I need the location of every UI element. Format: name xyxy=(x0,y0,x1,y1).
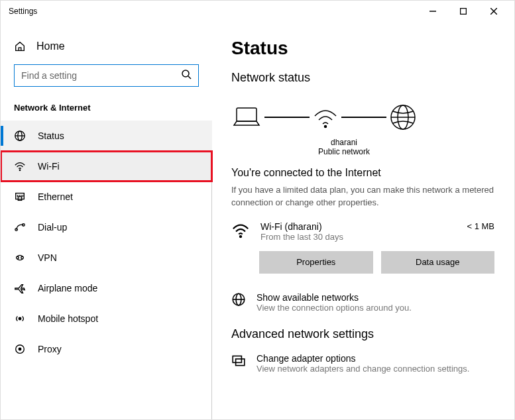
section-subtitle: Network status xyxy=(231,71,514,85)
svg-rect-23 xyxy=(237,108,257,121)
dialup-icon xyxy=(14,221,26,233)
adapter-icon xyxy=(231,353,246,368)
nav-label: Dial-up xyxy=(38,222,67,233)
advanced-heading: Advanced network settings xyxy=(231,327,514,341)
diagram-labels: dharani Public network xyxy=(311,138,377,167)
connection-period: From the last 30 days xyxy=(260,232,456,242)
window-title: Settings xyxy=(6,7,37,16)
svg-point-28 xyxy=(240,236,241,237)
connected-body: If you have a limited data plan, you can… xyxy=(231,184,514,209)
search-icon xyxy=(181,69,192,82)
svg-rect-11 xyxy=(18,197,21,200)
home-label: Home xyxy=(36,40,65,52)
sidebar-item-hotspot[interactable]: Mobile hotspot xyxy=(1,303,212,334)
page-title: Status xyxy=(231,38,514,59)
svg-point-20 xyxy=(19,317,21,320)
globe-diagram-icon xyxy=(389,103,417,131)
sidebar-item-airplane[interactable]: Airplane mode xyxy=(1,273,212,303)
nav-label: Proxy xyxy=(38,344,62,354)
title-bar: Settings xyxy=(1,1,514,22)
svg-line-5 xyxy=(188,76,191,79)
ethernet-icon xyxy=(14,191,26,203)
sidebar-item-ethernet[interactable]: Ethernet xyxy=(1,182,212,212)
search-input[interactable] xyxy=(15,70,198,81)
svg-point-18 xyxy=(17,256,19,259)
globe-icon xyxy=(231,292,246,307)
main-content: Status Network status dharani Public net… xyxy=(213,22,514,419)
connection-name: Wi-Fi (dharani) xyxy=(260,221,456,232)
nav-label: VPN xyxy=(38,252,57,263)
sidebar: Home Network & Internet Status Wi-Fi xyxy=(1,22,213,419)
window-controls xyxy=(418,1,509,22)
svg-point-24 xyxy=(325,126,327,128)
sidebar-item-proxy[interactable]: Proxy xyxy=(1,334,212,364)
svg-point-22 xyxy=(19,348,21,350)
sidebar-item-dialup[interactable]: Dial-up xyxy=(1,212,212,242)
properties-button[interactable]: Properties xyxy=(259,251,373,274)
connection-info: Wi-Fi (dharani) From the last 30 days < … xyxy=(231,221,514,242)
maximize-button[interactable] xyxy=(448,1,479,22)
minimize-button[interactable] xyxy=(418,1,448,22)
nav-label: Airplane mode xyxy=(38,283,97,293)
svg-rect-1 xyxy=(461,9,467,15)
sidebar-item-vpn[interactable]: VPN xyxy=(1,242,212,273)
wifi-diagram-icon xyxy=(312,105,339,129)
svg-point-17 xyxy=(23,224,25,227)
link-sub: View the connection options around you. xyxy=(257,303,412,313)
wifi-icon xyxy=(14,160,26,172)
svg-point-19 xyxy=(21,256,24,259)
close-button[interactable] xyxy=(479,1,509,22)
hotspot-icon xyxy=(14,313,26,325)
connected-heading: You're connected to the Internet xyxy=(231,167,514,179)
wifi-icon xyxy=(231,221,250,240)
nav-list: Status Wi-Fi Ethernet Dial-up VPN Airpla… xyxy=(1,121,212,364)
nav-label: Wi-Fi xyxy=(38,161,60,172)
network-diagram xyxy=(231,94,514,138)
sidebar-item-status[interactable]: Status xyxy=(1,121,212,151)
sidebar-item-wifi[interactable]: Wi-Fi xyxy=(1,151,212,182)
link-title: Show available networks xyxy=(257,292,412,303)
globe-icon xyxy=(14,130,26,142)
nav-label: Status xyxy=(38,131,64,141)
data-usage-button[interactable]: Data usage xyxy=(381,251,495,274)
vpn-icon xyxy=(14,252,26,264)
show-networks-link[interactable]: Show available networks View the connect… xyxy=(231,292,514,313)
proxy-icon xyxy=(14,343,26,355)
change-adapter-link[interactable]: Change adapter options View network adap… xyxy=(231,353,514,374)
link-title: Change adapter options xyxy=(257,353,469,364)
home-nav[interactable]: Home xyxy=(1,35,212,58)
svg-point-4 xyxy=(182,70,189,77)
laptop-icon xyxy=(231,105,262,129)
home-icon xyxy=(14,40,26,52)
nav-label: Ethernet xyxy=(38,191,73,202)
airplane-icon xyxy=(14,282,26,294)
svg-point-9 xyxy=(19,170,20,170)
link-sub: View network adapters and change connect… xyxy=(257,364,469,374)
connection-usage: < 1 MB xyxy=(467,221,494,231)
section-title: Network & Internet xyxy=(1,99,212,121)
search-box[interactable] xyxy=(14,64,199,87)
nav-label: Mobile hotspot xyxy=(38,313,98,324)
